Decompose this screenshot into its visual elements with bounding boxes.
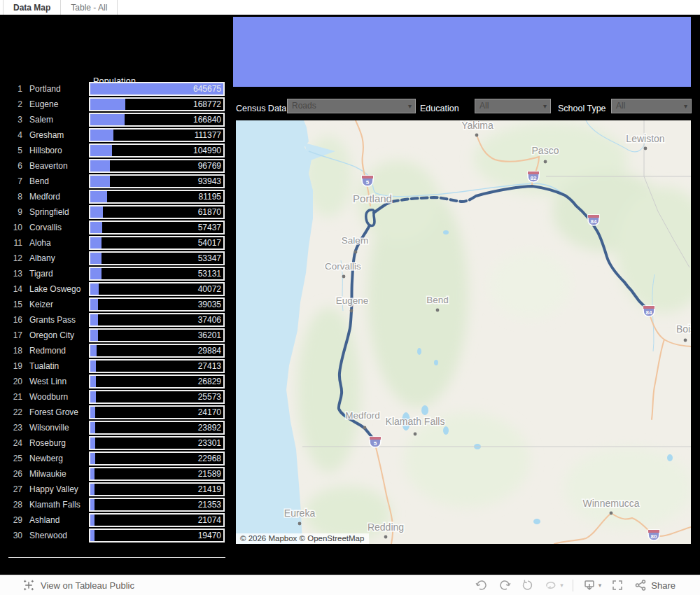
population-bar-cell[interactable]: 61870 — [89, 205, 225, 219]
refresh-button[interactable]: ▾ — [544, 578, 564, 592]
population-bar[interactable] — [90, 268, 102, 279]
population-bar-cell[interactable]: 96769 — [89, 159, 225, 173]
population-bar-cell[interactable]: 23301 — [89, 436, 225, 450]
table-row[interactable]: 13Tigard53131 — [0, 267, 231, 281]
population-bar[interactable] — [90, 468, 94, 479]
population-bar-cell[interactable]: 21353 — [89, 498, 225, 512]
population-bar-cell[interactable]: 25573 — [89, 390, 225, 404]
census-data-dropdown[interactable]: Roads ▾ — [287, 99, 416, 113]
population-bar-cell[interactable]: 36201 — [89, 328, 225, 342]
share-button[interactable]: Share — [634, 578, 676, 592]
table-row[interactable]: 29Ashland21074 — [0, 513, 231, 527]
population-bar-cell[interactable]: 19470 — [89, 528, 225, 542]
table-row[interactable]: 26Milwaukie21589 — [0, 467, 231, 481]
population-bar[interactable] — [90, 438, 95, 449]
population-bar-cell[interactable]: 53131 — [89, 267, 225, 281]
table-row[interactable]: 9Springfield61870 — [0, 205, 231, 219]
city-dot[interactable] — [350, 309, 354, 313]
table-row[interactable]: 6Beaverton96769 — [0, 159, 231, 173]
population-bar[interactable] — [90, 530, 94, 541]
table-row[interactable]: 20West Linn26829 — [0, 374, 231, 388]
redo-button[interactable] — [498, 578, 512, 592]
population-bar[interactable] — [90, 391, 96, 402]
education-dropdown[interactable]: All ▾ — [475, 99, 551, 113]
population-bar[interactable] — [90, 176, 110, 187]
replay-button[interactable] — [521, 578, 535, 592]
table-row[interactable]: 1Portland645675 — [0, 82, 231, 96]
population-bar-cell[interactable]: 168772 — [89, 97, 225, 111]
population-bar[interactable] — [90, 145, 112, 156]
population-bar[interactable] — [90, 314, 98, 326]
school-type-dropdown[interactable]: All ▾ — [611, 99, 692, 113]
table-row[interactable]: 30Sherwood19470 — [0, 528, 231, 542]
population-bar-cell[interactable]: 21589 — [89, 467, 225, 481]
fullscreen-button[interactable] — [610, 578, 624, 592]
population-bar[interactable] — [90, 499, 94, 510]
population-bar[interactable] — [90, 237, 102, 248]
table-row[interactable]: 22Forest Grove24170 — [0, 405, 231, 419]
table-row[interactable]: 24Roseburg23301 — [0, 436, 231, 450]
table-row[interactable]: 21Woodburn25573 — [0, 390, 231, 404]
city-dot[interactable] — [354, 251, 358, 254]
table-row[interactable]: 2Eugene168772 — [0, 97, 231, 111]
population-bar[interactable] — [90, 376, 96, 387]
table-row[interactable]: 14Lake Oswego40072 — [0, 282, 231, 296]
population-bar-cell[interactable]: 57437 — [89, 220, 225, 234]
population-bar[interactable] — [90, 160, 110, 172]
population-bar-cell[interactable]: 104990 — [89, 144, 225, 158]
population-bar[interactable] — [90, 99, 125, 110]
population-bar[interactable] — [90, 345, 97, 356]
city-dot[interactable] — [363, 426, 367, 430]
population-bar[interactable] — [90, 206, 103, 218]
city-dot[interactable] — [436, 309, 440, 312]
population-bar-cell[interactable]: 22968 — [89, 451, 225, 465]
chevron-down-icon[interactable]: ▾ — [543, 99, 547, 113]
table-row[interactable]: 11Aloha54017 — [0, 236, 231, 250]
population-bar-cell[interactable]: 24170 — [89, 405, 225, 419]
table-row[interactable]: 18Redmond29884 — [0, 344, 231, 358]
map-attribution[interactable]: © 2026 Mapbox © OpenStreetMap — [236, 533, 369, 544]
city-dot[interactable] — [298, 522, 302, 526]
city-dot[interactable] — [610, 512, 613, 515]
table-row[interactable]: 10Corvallis57437 — [0, 220, 231, 234]
population-bar-cell[interactable]: 21074 — [89, 513, 225, 527]
population-bar[interactable] — [90, 484, 94, 495]
population-bar[interactable] — [90, 453, 95, 464]
table-row[interactable]: 17Oregon City36201 — [0, 328, 231, 342]
chevron-down-icon[interactable]: ▾ — [408, 99, 412, 113]
population-bar-cell[interactable]: 40072 — [89, 282, 225, 296]
table-row[interactable]: 23Wilsonville23892 — [0, 421, 231, 435]
undo-button[interactable] — [475, 578, 489, 592]
tab-table-all[interactable]: Table - All — [61, 0, 118, 15]
population-bar-cell[interactable]: 21419 — [89, 482, 225, 496]
city-dot[interactable] — [684, 339, 687, 342]
city-dot[interactable] — [414, 433, 417, 436]
table-row[interactable]: 5Hillsboro104990 — [0, 144, 231, 158]
city-dot[interactable] — [544, 160, 547, 164]
city-dot[interactable] — [475, 134, 479, 137]
table-row[interactable]: 15Keizer39035 — [0, 298, 231, 312]
population-bar[interactable] — [90, 130, 113, 141]
population-bar[interactable] — [90, 407, 95, 418]
tab-data-map[interactable]: Data Map — [4, 0, 61, 15]
city-dot[interactable] — [342, 275, 346, 279]
map-view[interactable]: PortlandSalemCorvallisEugeneBendMedfordK… — [236, 120, 691, 544]
population-bar-cell[interactable]: 53347 — [89, 251, 225, 265]
population-bar-cell[interactable]: 93943 — [89, 174, 225, 188]
population-bar[interactable] — [90, 253, 102, 264]
population-bar[interactable] — [90, 422, 95, 433]
population-bar[interactable] — [90, 514, 94, 526]
population-bar-cell[interactable]: 166840 — [89, 113, 225, 127]
population-bar-cell[interactable]: 29884 — [89, 344, 225, 358]
population-bar[interactable] — [90, 191, 107, 202]
population-bar-cell[interactable]: 27413 — [89, 359, 225, 373]
view-on-tableau-public-link[interactable]: View on Tableau Public — [22, 575, 134, 595]
table-row[interactable]: 3Salem166840 — [0, 113, 231, 127]
table-row[interactable]: 16Grants Pass37406 — [0, 313, 231, 327]
city-dot[interactable] — [644, 147, 648, 150]
table-row[interactable]: 25Newberg22968 — [0, 451, 231, 465]
download-button[interactable]: ▾ — [582, 578, 602, 592]
population-bar-cell[interactable]: 645675 — [89, 82, 225, 96]
population-bar[interactable] — [90, 114, 125, 125]
population-bar-cell[interactable]: 54017 — [89, 236, 225, 250]
